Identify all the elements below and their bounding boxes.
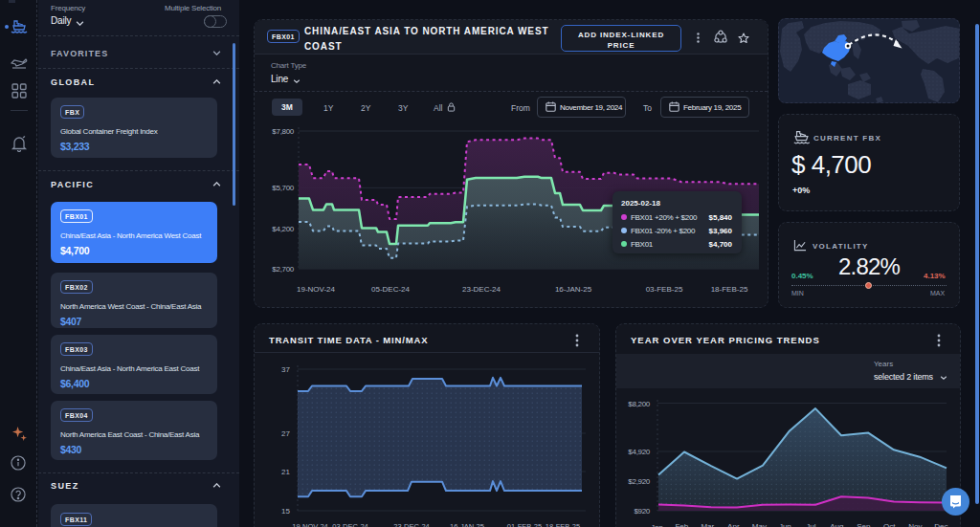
svg-text:Jun-...: Jun-... xyxy=(779,522,800,527)
svg-text:Apr-...: Apr-... xyxy=(727,522,748,527)
svg-text:03-FEB-25: 03-FEB-25 xyxy=(646,285,683,294)
svg-text:Sep-...: Sep-... xyxy=(857,522,880,527)
svg-text:16-JAN-25: 16-JAN-25 xyxy=(555,285,592,294)
svg-text:$4,920: $4,920 xyxy=(628,448,651,456)
svg-text:$8,200: $8,200 xyxy=(628,400,651,408)
svg-text:18-FEB-25: 18-FEB-25 xyxy=(711,285,748,294)
svg-text:01-FEB-25: 01-FEB-25 xyxy=(507,522,542,527)
svg-text:Jul-...: Jul-... xyxy=(806,522,825,527)
svg-text:Nov-...: Nov-... xyxy=(908,522,931,527)
svg-text:Aug-...: Aug-... xyxy=(830,522,853,527)
svg-text:18-FEB-25: 18-FEB-25 xyxy=(546,522,580,527)
svg-text:Feb-...: Feb-... xyxy=(675,522,697,527)
svg-text:03-DEC-24: 03-DEC-24 xyxy=(332,522,368,527)
svg-text:Dec-...: Dec-... xyxy=(934,522,957,527)
svg-text:37: 37 xyxy=(281,365,290,374)
svg-text:Mar-...: Mar-... xyxy=(701,522,723,527)
svg-text:15: 15 xyxy=(281,507,290,516)
svg-text:$7,800: $7,800 xyxy=(272,127,295,136)
svg-text:$2,700: $2,700 xyxy=(272,265,295,274)
svg-text:Oct-...: Oct-... xyxy=(883,522,904,527)
svg-text:21: 21 xyxy=(281,468,290,476)
svg-text:23-DEC-24: 23-DEC-24 xyxy=(462,285,501,294)
svg-text:$4,200: $4,200 xyxy=(272,225,295,233)
svg-text:23-DEC-24: 23-DEC-24 xyxy=(393,522,430,527)
svg-text:Jan-...: Jan-... xyxy=(651,523,672,527)
svg-text:$5,700: $5,700 xyxy=(272,184,295,192)
svg-text:$920: $920 xyxy=(634,507,650,516)
svg-text:16-JAN-25: 16-JAN-25 xyxy=(450,522,484,527)
svg-text:$2,920: $2,920 xyxy=(628,477,651,486)
svg-text:27: 27 xyxy=(281,429,290,438)
svg-text:19-NOV-24: 19-NOV-24 xyxy=(297,285,336,294)
svg-text:19-NOV-24: 19-NOV-24 xyxy=(292,522,328,527)
svg-text:May-...: May-... xyxy=(752,522,775,527)
svg-text:05-DEC-24: 05-DEC-24 xyxy=(371,285,411,294)
